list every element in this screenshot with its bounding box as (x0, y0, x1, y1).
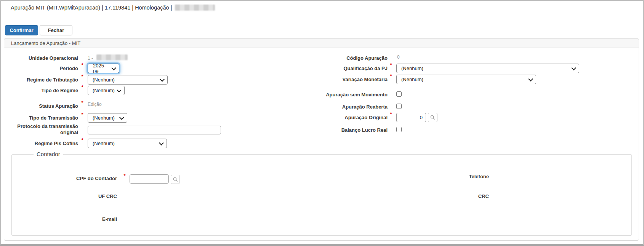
label-apuracao-original: Apuração Original (320, 115, 388, 121)
label-protocolo-transmissao: Protocolo da transmissão original (11, 123, 78, 136)
qualificacao-pj-value: (Nenhum) (401, 65, 423, 71)
required-marker: * (388, 111, 394, 117)
regime-tributacao-value: (Nenhum) (93, 77, 115, 83)
required-marker: * (80, 112, 85, 117)
apuracao-original-input[interactable] (396, 113, 426, 122)
label-uf-crc: UF CRC (38, 193, 117, 200)
regime-pis-cofins-value: (Nenhum) (93, 141, 115, 146)
label-apuracao-sem-movimento: Apuração sem Movimento (320, 92, 388, 98)
protocolo-transmissao-input[interactable] (88, 126, 221, 134)
chevron-down-icon (159, 141, 164, 145)
label-tipo-regime: Tipo de Regime (11, 88, 78, 94)
chevron-down-icon (117, 88, 122, 93)
contador-legend: Contador (34, 151, 63, 157)
variacao-monetaria-value: (Nenhum) (401, 77, 423, 82)
apuracao-sem-movimento-checkbox[interactable] (396, 91, 402, 97)
cpf-contador-input[interactable] (130, 174, 169, 184)
chevron-down-icon (571, 65, 576, 70)
status-apuracao-value: Edição (88, 102, 102, 107)
chevron-down-icon (528, 77, 533, 81)
regime-tributacao-select[interactable]: (Nenhum) (88, 75, 168, 85)
window-title: Apuração MIT (MIT.WpMitApuracao) | 17.11… (11, 5, 172, 11)
label-periodo: Período (11, 65, 78, 72)
label-qualificacao-pj: Qualificação da PJ (320, 65, 388, 72)
apuracao-reaberta-checkbox[interactable] (396, 104, 402, 109)
tipo-regime-value: (Nenhum) (93, 88, 115, 93)
label-email: E-mail (38, 216, 117, 222)
confirm-button[interactable]: Confirmar (5, 25, 38, 35)
panel-title: Lançamento de Apuração - MIT (4, 38, 639, 48)
required-marker: * (80, 73, 85, 79)
tipo-regime-select[interactable]: (Nenhum) (88, 86, 125, 95)
chevron-down-icon (111, 65, 116, 70)
label-apuracao-reaberta: Apuração Reaberta (320, 104, 388, 110)
regime-pis-cofins-select[interactable]: (Nenhum) (88, 139, 167, 148)
required-marker: * (80, 100, 85, 105)
label-telefone: Telefone (419, 174, 489, 180)
required-marker: * (122, 173, 127, 179)
label-tipo-transmissao: Tipo de Transmissão (11, 115, 78, 121)
label-regime-pis-cofins: Regime Pis Cofins (11, 141, 78, 147)
apuracao-original-search-button[interactable] (428, 113, 437, 122)
tipo-transmissao-select[interactable]: (Nenhum) (88, 113, 127, 123)
label-cpf-contador: CPF do Contador (38, 176, 117, 182)
search-icon (430, 115, 435, 120)
label-codigo-apuracao: Código Apuração (320, 55, 388, 61)
required-marker: * (388, 62, 394, 68)
codigo-apuracao-value: 0 (397, 54, 400, 60)
label-unidade-operacional: Unidade Operacional (11, 55, 78, 61)
unidade-operacional-value: 1 - (88, 56, 93, 61)
redacted-company-name (175, 5, 215, 11)
required-marker: * (80, 137, 85, 143)
app-window: Apuração MIT (MIT.WpMitApuracao) | 17.11… (0, 0, 644, 246)
balanco-lucro-real-checkbox[interactable] (396, 127, 402, 132)
label-balanco-lucro-real: Balanço Lucro Real (320, 127, 388, 133)
chevron-down-icon (160, 77, 165, 82)
title-bar: Apuração MIT (MIT.WpMitApuracao) | 17.11… (0, 0, 644, 15)
variacao-monetaria-select[interactable]: (Nenhum) (396, 75, 536, 84)
label-variacao-monetaria: Variação Monetária (320, 77, 388, 83)
label-regime-tributacao: Regime de Tributação (11, 77, 78, 83)
qualificacao-pj-select[interactable]: (Nenhum) (396, 64, 579, 73)
chevron-down-icon (119, 115, 124, 120)
tipo-transmissao-value: (Nenhum) (93, 115, 115, 121)
periodo-select[interactable]: 2025-09 (88, 64, 119, 73)
search-icon (173, 177, 178, 182)
required-marker: * (388, 73, 394, 79)
close-button[interactable]: Fechar (40, 25, 72, 35)
required-marker: * (80, 62, 85, 68)
periodo-value: 2025-09 (93, 63, 110, 74)
required-marker: * (80, 84, 85, 90)
redacted-unidade-value (96, 54, 128, 60)
label-crc: CRC (419, 193, 489, 200)
cpf-contador-search-button[interactable] (171, 175, 180, 184)
label-status-apuracao: Status Apuração (11, 103, 78, 109)
